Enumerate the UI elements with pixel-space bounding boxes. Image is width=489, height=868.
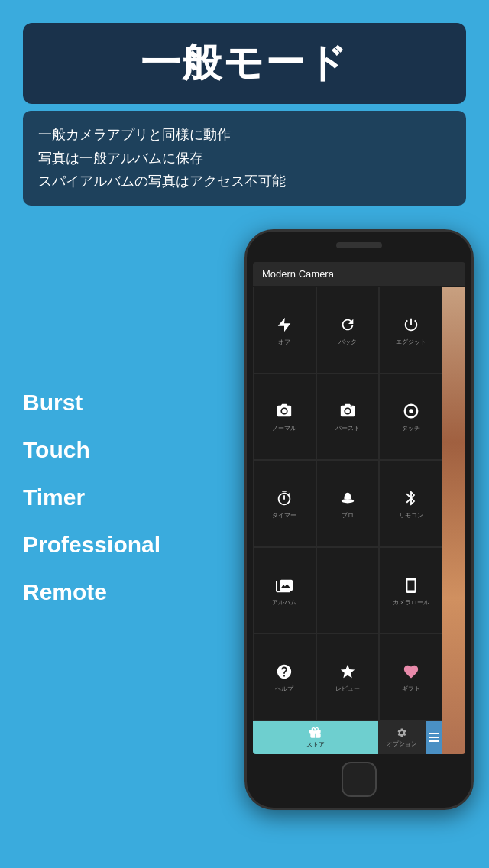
app-header: Modern Camera xyxy=(253,262,465,286)
phone-body: Modern Camera オフ バック xyxy=(244,229,474,810)
grid-cell-normal[interactable]: ノーマル xyxy=(253,374,316,461)
heart-icon xyxy=(400,661,422,682)
camera-mode-grid: オフ バック エグジット xyxy=(253,287,442,721)
grid-cell-timer[interactable]: タイマー xyxy=(253,460,316,547)
grid-cell-exit[interactable]: エグジット xyxy=(379,287,442,374)
grid-cell-remote[interactable]: リモコン xyxy=(379,460,442,547)
svg-point-3 xyxy=(409,410,413,414)
app-title: Modern Camera xyxy=(262,268,334,280)
hamburger-line-1 xyxy=(429,733,439,734)
grid-cell-empty xyxy=(316,547,380,634)
grid-cell-camera-roll[interactable]: カメラロール xyxy=(379,547,442,634)
flash-icon xyxy=(274,314,295,335)
grid-cell-gift[interactable]: ギフト xyxy=(379,633,442,721)
app-bottom-bar: ストア オプション xyxy=(253,721,442,754)
feature-touch: Touch xyxy=(23,437,160,463)
star-icon xyxy=(337,661,358,682)
touch-circle-icon xyxy=(400,400,422,422)
hamburger-line-3 xyxy=(429,740,439,742)
help-icon xyxy=(274,661,295,682)
phone-speaker xyxy=(336,242,382,248)
grid-cell-touch[interactable]: タッチ xyxy=(379,374,442,461)
pro-hat-icon xyxy=(337,487,358,509)
title-banner: 一般モード xyxy=(23,23,466,104)
phone-screen: Modern Camera オフ バック xyxy=(253,262,465,754)
description-text: 一般カメラアプリと同様に動作 写真は一般アルバムに保存 スパイアルバムの写真はア… xyxy=(38,123,451,193)
timer-icon xyxy=(274,487,295,509)
feature-remote: Remote xyxy=(23,579,160,605)
hamburger-menu[interactable] xyxy=(426,721,442,754)
svg-point-4 xyxy=(342,499,355,504)
grid-cell-off[interactable]: オフ xyxy=(253,287,316,374)
burst-camera-icon xyxy=(337,400,358,422)
grid-cell-help[interactable]: ヘルプ xyxy=(253,633,316,721)
power-icon xyxy=(400,314,422,335)
album-icon xyxy=(274,575,295,596)
description-box: 一般カメラアプリと同様に動作 写真は一般アルバムに保存 スパイアルバムの写真はア… xyxy=(23,111,466,206)
option-button[interactable]: オプション xyxy=(378,721,426,754)
hamburger-line-2 xyxy=(429,737,439,738)
grid-cell-pro[interactable]: プロ xyxy=(316,460,380,547)
feature-timer: Timer xyxy=(23,484,160,510)
bluetooth-icon xyxy=(400,487,422,509)
feature-burst: Burst xyxy=(23,390,160,416)
camera-icon xyxy=(274,400,295,422)
store-button[interactable]: ストア xyxy=(253,721,378,754)
grid-cell-album[interactable]: アルバム xyxy=(253,547,316,634)
photo-thumbnail-strip xyxy=(442,287,465,754)
svg-point-0 xyxy=(282,409,287,413)
page-title: 一般モード xyxy=(44,37,445,90)
camera-roll-icon xyxy=(400,575,422,596)
grid-cell-review[interactable]: レビュー xyxy=(316,633,380,721)
phone-home-button[interactable] xyxy=(342,762,377,797)
svg-point-1 xyxy=(345,409,350,413)
phone-mockup: Modern Camera オフ バック xyxy=(244,229,481,825)
grid-cell-back[interactable]: バック xyxy=(316,287,380,374)
feature-list: Burst Touch Timer Professional Remote xyxy=(23,390,160,605)
feature-professional: Professional xyxy=(23,532,160,558)
grid-cell-burst[interactable]: バースト xyxy=(316,374,380,461)
refresh-icon xyxy=(337,314,358,335)
